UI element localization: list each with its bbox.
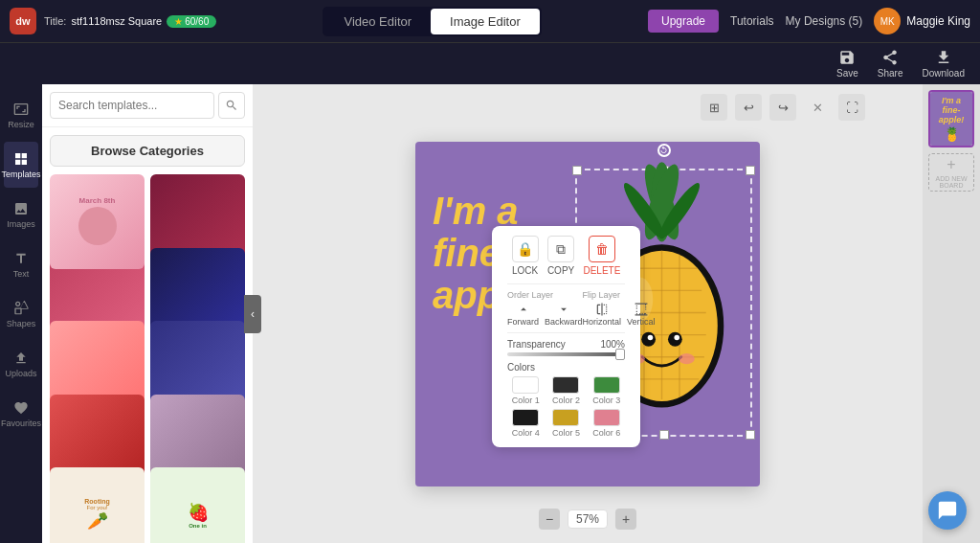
image-editor-tab[interactable]: Image Editor bbox=[431, 9, 540, 34]
user-name: Maggie King bbox=[906, 14, 970, 28]
order-layer-label: Order Layer bbox=[507, 290, 583, 300]
thumbnail-item-1[interactable]: I'm a fine-apple! 🍍 bbox=[928, 90, 974, 147]
colors-title: Colors bbox=[507, 362, 625, 373]
sidebar-item-shapes[interactable]: Shapes bbox=[4, 291, 38, 337]
grid-icon-button[interactable]: ⊞ bbox=[701, 94, 727, 121]
canvas-area[interactable]: ⊞ ↩ ↪ ✕ ⛶ 🔒 LOCK ⧉ COPY 🗑 DELETE bbox=[253, 84, 923, 543]
save-action[interactable]: Save bbox=[836, 49, 858, 79]
tutorials-link[interactable]: Tutorials bbox=[730, 14, 774, 28]
rotate-handle[interactable] bbox=[657, 144, 671, 157]
color-6-swatch[interactable] bbox=[593, 409, 620, 426]
forward-button[interactable]: Forward bbox=[507, 303, 539, 327]
transparency-label-row: Transparency 100% bbox=[507, 339, 625, 350]
color-6[interactable]: Color 6 bbox=[589, 409, 625, 438]
avatar: MK bbox=[874, 8, 901, 34]
expand-button[interactable]: ⛶ bbox=[838, 94, 865, 121]
zoom-value: 57% bbox=[568, 509, 608, 529]
color-1[interactable]: Color 1 bbox=[507, 376, 544, 405]
flip-vertical-button[interactable]: Vertical bbox=[627, 303, 656, 327]
color-4[interactable]: Color 4 bbox=[507, 409, 544, 438]
template-grid: March 8th HAPPY Women's Day Internationa… bbox=[42, 174, 253, 543]
tab-group: Video Editor Image Editor bbox=[323, 7, 541, 36]
my-designs-link[interactable]: My Designs (5) bbox=[786, 14, 863, 28]
main-area: Resize Templates Images Text Shapes Uplo… bbox=[0, 84, 980, 543]
template-thumb-9[interactable]: Rooting For you! 🥕 bbox=[50, 467, 145, 543]
color-5-swatch[interactable] bbox=[552, 409, 579, 426]
order-layer-section: Order Layer Forward Backward bbox=[507, 290, 583, 327]
flip-label: Flip Layer bbox=[583, 290, 656, 300]
shapes-label: Shapes bbox=[7, 319, 36, 328]
color-2-swatch[interactable] bbox=[552, 376, 579, 394]
share-label: Share bbox=[878, 68, 903, 79]
transparency-section: Transparency 100% bbox=[507, 339, 625, 356]
color-2[interactable]: Color 2 bbox=[547, 376, 584, 405]
right-panel: I'm a fine-apple! 🍍 + ADD NEW BOARD bbox=[923, 84, 980, 543]
search-input[interactable] bbox=[50, 92, 214, 119]
svg-point-18 bbox=[648, 334, 654, 340]
colors-grid: Color 1 Color 2 Color 3 Color 4 bbox=[507, 376, 625, 438]
undo-button[interactable]: ↩ bbox=[735, 94, 762, 121]
title-label: Title: bbox=[44, 15, 66, 27]
canvas-toolbar: ⊞ ↩ ↪ ✕ ⛶ bbox=[701, 94, 865, 121]
sidebar-item-favourites[interactable]: Favourites bbox=[4, 391, 38, 437]
zoom-in-button[interactable]: + bbox=[615, 509, 636, 530]
color-1-swatch[interactable] bbox=[512, 376, 539, 394]
user-section: MK Maggie King bbox=[874, 8, 970, 34]
save-label: Save bbox=[836, 68, 858, 79]
add-new-board-button[interactable]: + ADD NEW BOARD bbox=[928, 153, 974, 192]
color-3[interactable]: Color 3 bbox=[589, 376, 625, 405]
sidebar-item-templates[interactable]: Templates bbox=[4, 142, 38, 188]
templates-label: Templates bbox=[1, 170, 40, 179]
chat-bubble-button[interactable] bbox=[928, 491, 967, 530]
video-editor-tab[interactable]: Video Editor bbox=[324, 9, 431, 34]
uploads-label: Uploads bbox=[5, 369, 36, 378]
redo-button[interactable]: ↪ bbox=[769, 94, 796, 121]
action-bar: Save Share Download bbox=[0, 42, 980, 84]
order-buttons: Forward Backward bbox=[507, 303, 583, 327]
title-section: Title: stf1118msz Square ★ 60/60 bbox=[44, 15, 216, 28]
share-action[interactable]: Share bbox=[878, 49, 903, 79]
lock-action[interactable]: 🔒 LOCK bbox=[512, 236, 539, 276]
browse-categories-button[interactable]: Browse Categories bbox=[50, 135, 245, 167]
score-badge: ★ 60/60 bbox=[167, 15, 216, 28]
delete-icon: 🗑 bbox=[589, 236, 615, 262]
title-value[interactable]: stf1118msz Square bbox=[71, 15, 162, 27]
template-thumb-10[interactable]: 🍓 One in bbox=[150, 467, 245, 543]
logo[interactable]: dw bbox=[10, 8, 36, 34]
download-label: Download bbox=[923, 68, 965, 79]
order-flip-section: Order Layer Forward Backward Flip Layer bbox=[507, 290, 625, 327]
sidebar-item-text[interactable]: Text bbox=[4, 241, 38, 287]
images-label: Images bbox=[7, 219, 35, 229]
color-5[interactable]: Color 5 bbox=[547, 409, 584, 438]
transparency-slider[interactable] bbox=[507, 352, 625, 356]
resize-label: Resize bbox=[8, 120, 34, 129]
color-3-swatch[interactable] bbox=[593, 376, 620, 394]
download-action[interactable]: Download bbox=[923, 49, 965, 79]
template-thumb-1[interactable]: March 8th bbox=[50, 174, 145, 269]
upgrade-button[interactable]: Upgrade bbox=[648, 10, 719, 33]
right-actions: Upgrade Tutorials My Designs (5) MK Magg… bbox=[648, 8, 970, 34]
float-top-actions: 🔒 LOCK ⧉ COPY 🗑 DELETE bbox=[507, 236, 625, 276]
color-4-swatch[interactable] bbox=[512, 409, 539, 426]
sidebar-item-uploads[interactable]: Uploads bbox=[4, 341, 38, 387]
top-bar: dw Title: stf1118msz Square ★ 60/60 Vide… bbox=[0, 0, 980, 42]
colors-section: Colors Color 1 Color 2 Color 3 bbox=[507, 362, 625, 438]
collapse-panel-button[interactable]: ‹ bbox=[244, 295, 261, 333]
sidebar-item-images[interactable]: Images bbox=[4, 192, 38, 238]
icon-sidebar: Resize Templates Images Text Shapes Uplo… bbox=[0, 84, 42, 543]
search-button[interactable] bbox=[218, 92, 245, 119]
lock-icon: 🔒 bbox=[512, 236, 539, 262]
delete-action[interactable]: 🗑 DELETE bbox=[583, 236, 620, 276]
star-icon: ★ bbox=[174, 16, 183, 27]
flip-layer-section: Flip Layer Horizontal Vertical bbox=[583, 290, 656, 327]
templates-panel: Browse Categories March 8th HAPPY Women'… bbox=[42, 84, 253, 543]
float-toolbar: 🔒 LOCK ⧉ COPY 🗑 DELETE Order Layer bbox=[492, 226, 640, 447]
backward-button[interactable]: Backward bbox=[545, 303, 583, 327]
sidebar-item-resize[interactable]: Resize bbox=[4, 92, 38, 138]
close-element-button[interactable]: ✕ bbox=[804, 94, 831, 121]
flip-horizontal-button[interactable]: Horizontal bbox=[583, 303, 622, 327]
zoom-out-button[interactable]: − bbox=[539, 509, 560, 530]
copy-action[interactable]: ⧉ COPY bbox=[547, 236, 574, 276]
favourites-label: Favourites bbox=[1, 419, 41, 428]
zoom-bar: − 57% + bbox=[539, 509, 636, 530]
